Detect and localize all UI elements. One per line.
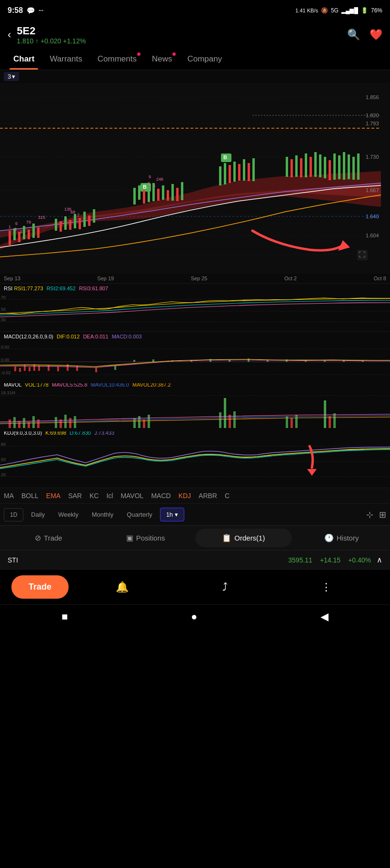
chart-toolbar: 3 ▾ xyxy=(0,70,390,83)
bell-icon[interactable]: 🔔 xyxy=(116,581,129,593)
svg-rect-106 xyxy=(33,364,35,371)
svg-text:1.856: 1.856 xyxy=(366,94,379,100)
sti-chevron-icon[interactable]: ∧ xyxy=(377,555,382,564)
ind-kdj[interactable]: KDJ xyxy=(179,492,191,500)
more-icon[interactable]: ⋮ xyxy=(321,581,331,593)
nav-bar: ■ ● ◀ xyxy=(0,604,390,629)
action-bar: Trade 🔔 ⤴ ⋮ xyxy=(0,569,390,604)
tab-news[interactable]: News xyxy=(144,49,180,70)
tab-warrants[interactable]: Warrants xyxy=(42,49,90,70)
favorite-icon[interactable]: ❤️ xyxy=(370,29,382,41)
share-icon[interactable]: ⤴ xyxy=(222,581,228,593)
chart-svg: B B xyxy=(0,83,390,274)
macd-header: MACD(12.0,26.0,9.0) DIF:0.012 DEA:0.011 … xyxy=(0,333,390,340)
tab-history[interactable]: 🕐 History xyxy=(293,528,390,548)
bottom-tabs: ⊘ Trade ▣ Positions 📋 Orders(1) 🕐 Histor… xyxy=(0,525,390,550)
svg-rect-151 xyxy=(290,418,293,428)
ind-c[interactable]: C xyxy=(225,492,230,500)
ind-macd[interactable]: MACD xyxy=(151,492,170,500)
svg-rect-155 xyxy=(333,413,336,428)
dropdown-arrow-icon: ▾ xyxy=(12,73,15,80)
svg-text:70: 70 xyxy=(1,295,6,300)
tab-comments[interactable]: Comments xyxy=(90,49,144,70)
tab-positions[interactable]: ▣ Positions xyxy=(97,528,194,548)
ind-ema[interactable]: EMA xyxy=(46,492,60,500)
tab-chart[interactable]: Chart xyxy=(6,49,42,70)
svg-rect-56 xyxy=(324,157,326,178)
svg-rect-49 xyxy=(290,159,293,177)
svg-rect-42 xyxy=(229,165,231,183)
svg-text:B: B xyxy=(143,184,147,190)
tf-quarterly[interactable]: Quarterly xyxy=(121,508,158,521)
home-square-icon[interactable]: ■ xyxy=(61,611,68,623)
svg-text:20: 20 xyxy=(1,472,6,477)
tab-orders[interactable]: 📋 Orders(1) xyxy=(195,529,292,547)
tf-daily[interactable]: Daily xyxy=(25,508,50,521)
svg-rect-22 xyxy=(83,212,86,227)
sti-pct: +0.40% xyxy=(348,556,371,564)
svg-text:79: 79 xyxy=(26,220,31,225)
ind-ma[interactable]: MA xyxy=(4,492,14,500)
ticker-info: 5E2 1.810 ↑ +0.020 +1.12% xyxy=(17,25,341,45)
svg-text:50: 50 xyxy=(1,307,6,312)
tf-monthly[interactable]: Monthly xyxy=(86,508,120,521)
svg-text:3: 3 xyxy=(14,227,17,232)
tab-company[interactable]: Company xyxy=(180,49,230,70)
ind-icl[interactable]: Icl xyxy=(106,492,113,500)
svg-text:-0.02: -0.02 xyxy=(1,370,11,375)
date-label-4: Oct 8 xyxy=(374,276,386,281)
ind-mavol[interactable]: MAVOL xyxy=(120,492,143,500)
svg-rect-123 xyxy=(305,361,307,362)
svg-rect-12 xyxy=(23,226,25,239)
macd-chart: 0.02 0.00 -0.02 xyxy=(0,340,390,378)
svg-rect-59 xyxy=(338,155,340,179)
back-button[interactable]: ‹ xyxy=(8,29,11,41)
date-label-2: Sep 25 xyxy=(191,276,208,281)
svg-rect-143 xyxy=(138,416,140,428)
svg-rect-46 xyxy=(248,163,250,181)
home-circle-icon[interactable]: ● xyxy=(191,611,197,623)
svg-rect-36 xyxy=(176,188,179,201)
battery-level: 76% xyxy=(371,7,382,14)
sti-change: +14.15 xyxy=(320,556,340,564)
svg-rect-51 xyxy=(300,158,302,177)
whatsapp-icon: 💬 xyxy=(27,7,35,14)
back-nav-icon[interactable]: ◀ xyxy=(320,611,329,623)
svg-rect-134 xyxy=(28,422,30,428)
ind-boll[interactable]: BOLL xyxy=(21,492,39,500)
mavol-chart: 18.31M xyxy=(0,388,390,427)
svg-text:68: 68 xyxy=(70,210,75,214)
ind-kc[interactable]: KC xyxy=(90,492,99,500)
search-icon[interactable]: 🔍 xyxy=(347,29,360,41)
svg-text:5: 5 xyxy=(148,181,150,186)
svg-rect-61 xyxy=(348,154,350,179)
ind-arbr[interactable]: ARBR xyxy=(199,492,217,500)
rsi-panel: RSI RSI1:77.273 RSI2:69.452 RSI3:61.807 … xyxy=(0,283,390,331)
tf-weekly[interactable]: Weekly xyxy=(52,508,84,521)
crosshair-icon[interactable]: ⊹ xyxy=(366,510,373,520)
svg-rect-50 xyxy=(295,155,298,177)
layout-icon[interactable]: ⊞ xyxy=(379,510,386,520)
timeframe-bar: 1D Daily Weekly Monthly Quarterly 1h ▾ ⊹… xyxy=(0,503,390,525)
trade-button[interactable]: Trade xyxy=(11,575,69,599)
tab-bar: Chart Warrants Comments News Company xyxy=(0,49,390,70)
svg-rect-23 xyxy=(88,215,90,226)
tf-1d[interactable]: 1D xyxy=(4,508,23,521)
svg-rect-15 xyxy=(37,227,40,238)
svg-rect-145 xyxy=(148,415,150,428)
tab-trade[interactable]: ⊘ Trade xyxy=(0,528,97,548)
ind-sar[interactable]: SAR xyxy=(68,492,82,500)
svg-rect-156 xyxy=(0,437,390,487)
rsi-header: RSI RSI1:77.273 RSI2:69.452 RSI3:61.807 xyxy=(0,285,390,292)
chart-num-button[interactable]: 3 ▾ xyxy=(4,72,19,81)
svg-rect-54 xyxy=(314,152,317,177)
svg-rect-16 xyxy=(55,219,57,231)
svg-text:B: B xyxy=(223,154,227,160)
svg-text:80: 80 xyxy=(1,442,6,447)
mute-icon: 🔕 xyxy=(321,7,328,14)
svg-rect-60 xyxy=(343,152,345,180)
svg-text:9: 9 xyxy=(149,174,151,179)
main-chart[interactable]: B B xyxy=(0,83,390,274)
svg-text:1.730: 1.730 xyxy=(366,154,379,160)
tf-1h[interactable]: 1h ▾ xyxy=(160,508,184,521)
